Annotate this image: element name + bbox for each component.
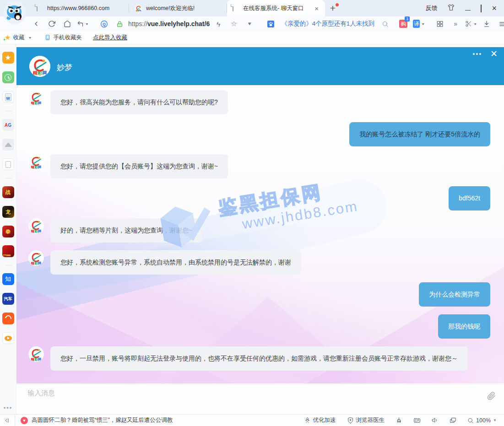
sidebar-more-icon[interactable]: •••: [4, 404, 13, 411]
volume-icon[interactable]: [432, 417, 439, 424]
tab-label: https://www.966860.com: [47, 5, 124, 11]
sidebar-car-app-icon[interactable]: 汽车: [2, 293, 14, 305]
app-sidebar: ★ W AG 战 龙 拳 77999 知 汽车 •••: [0, 44, 16, 414]
chat-bubble: 为什么会检测异常: [419, 282, 490, 307]
chat-header: ✕ 精彩网 妙梦: [16, 47, 504, 85]
menu-icon[interactable]: [496, 18, 504, 30]
bookmarks-bar: ★+ 收藏 ▼ 手机收藏夹 点此导入收藏: [0, 31, 504, 44]
download-icon[interactable]: [481, 18, 493, 30]
tab-3-active[interactable]: 在线客服系统- 聊天窗口 ×: [227, 0, 325, 16]
minimize-button[interactable]: [465, 5, 471, 12]
sidebar-game-icon-4[interactable]: 77999: [2, 245, 14, 257]
chat-message-row: 精彩网 您好，很高兴能为您服务，请问有什么可以帮助您的呢?: [16, 90, 504, 114]
refresh-button[interactable]: [46, 18, 58, 30]
page-icon: [37, 5, 43, 12]
chevron-down-icon[interactable]: ▼: [244, 19, 255, 29]
page-zoom-control[interactable]: 100% ▼: [467, 417, 497, 424]
chat-message-row: 精彩网 您好，请您提供您的【会员账号】这端为您查询，谢谢~: [16, 154, 504, 178]
bookmark-star-icon[interactable]: ☆: [228, 18, 240, 30]
sidebar-video-app-icon[interactable]: [2, 332, 14, 344]
chat-close-icon[interactable]: ✕: [490, 49, 498, 58]
undo-button[interactable]: ▼: [77, 18, 89, 30]
feedback-button[interactable]: 反馈: [425, 4, 437, 12]
tab-2[interactable]: 精彩网 welcome!欢迎光临!: [129, 0, 227, 16]
sidebar-divider: [5, 111, 12, 111]
import-bookmarks-link[interactable]: 点此导入收藏: [93, 34, 127, 42]
favorites-dropdown-icon[interactable]: ▼: [28, 36, 32, 39]
sidebar-game-icon-1[interactable]: 战: [2, 186, 14, 198]
hot-search-link[interactable]: 《亲爱的》4个原型还有1人未找到: [281, 20, 374, 28]
collapse-sidebar-icon[interactable]: [4, 417, 10, 424]
shopping-button[interactable]: 购1: [397, 18, 409, 30]
back-button[interactable]: [30, 18, 42, 30]
skin-icon[interactable]: [447, 4, 455, 13]
svg-text:精彩网: 精彩网: [31, 229, 42, 233]
chat-body: 鉴黑担保网 www.jhdb8.com 精彩网 您好，很高兴能为您服务，请问有什…: [16, 85, 504, 383]
sidebar-game-icon-2[interactable]: 龙: [2, 206, 14, 218]
lightning-icon[interactable]: ϟ: [212, 18, 224, 30]
agent-avatar: 精彩网: [28, 250, 44, 266]
sidebar-history-icon[interactable]: [2, 71, 14, 83]
sidebar-swoosh-app-icon[interactable]: [2, 313, 14, 324]
speed-boost-button[interactable]: 优化加速: [304, 416, 336, 424]
tabs: https://www.966860.com 精彩网 welcome!欢迎光临!…: [31, 0, 341, 16]
input-method-icon[interactable]: [413, 417, 421, 424]
sidebar-zhihu-icon[interactable]: 知: [2, 273, 14, 285]
agent-avatar: 精彩网: [28, 218, 44, 234]
phone-bookmarks-button[interactable]: 手机收藏夹: [44, 34, 82, 42]
translate-button[interactable]: 译▼: [413, 18, 425, 30]
brand-favicon: 精彩网: [135, 5, 142, 12]
screenshot-scissors-icon[interactable]: ▼: [465, 18, 477, 30]
attachment-paperclip-icon[interactable]: [487, 392, 496, 402]
svg-text:精彩网: 精彩网: [135, 10, 141, 12]
cleaner-broom-icon[interactable]: [396, 417, 402, 424]
page-icon: [233, 5, 239, 12]
svg-text:精彩网: 精彩网: [31, 101, 42, 105]
browser-mascot-icon[interactable]: [3, 1, 27, 25]
agent-avatar: 精彩网: [28, 346, 44, 362]
scissors-dropdown-icon[interactable]: ▼: [473, 22, 477, 26]
sidebar-emblem-app-icon[interactable]: [2, 139, 14, 151]
svg-text:精彩网: 精彩网: [31, 165, 42, 169]
shopping-badge: 1: [405, 16, 410, 22]
search-icon[interactable]: [379, 18, 391, 30]
apps-grid-icon[interactable]: [434, 18, 446, 30]
svg-text:精彩网: 精彩网: [32, 70, 47, 75]
tab-1[interactable]: https://www.966860.com: [31, 0, 129, 16]
tab-bar: https://www.966860.com 精彩网 welcome!欢迎光临!…: [0, 0, 504, 16]
sidebar-file-icon[interactable]: [2, 158, 14, 170]
security-shield-icon[interactable]: Q: [98, 18, 110, 30]
sidebar-word-doc-icon[interactable]: W: [2, 91, 14, 103]
chat-message-row: 那我的钱呢: [16, 314, 504, 339]
close-button[interactable]: ×: [492, 4, 497, 13]
chat-message-row: bdf562t: [16, 186, 504, 210]
sidebar-favorites-icon[interactable]: ★: [2, 52, 14, 64]
home-button[interactable]: [61, 18, 73, 30]
tab-label: welcome!欢迎光临!: [146, 5, 222, 12]
cascade-windows-icon[interactable]: [450, 417, 456, 424]
chat-bubble: bdf562t: [449, 186, 490, 210]
zoom-dropdown-icon[interactable]: ▼: [493, 418, 497, 422]
news-ticker[interactable]: 高圆圆怀二胎？婚前被骂“惯三”，嫁赵又廷后遭公公调教: [32, 416, 173, 424]
agent-avatar: 精彩网: [28, 90, 44, 106]
chat-bubble: 您好，很高兴能为您服务，请问有什么可以帮助您的呢?: [50, 90, 228, 114]
message-input[interactable]: [27, 389, 477, 410]
undo-dropdown-icon[interactable]: ▼: [85, 22, 89, 26]
translate-dropdown-icon[interactable]: ▼: [421, 22, 425, 26]
favorites-button[interactable]: ★+ 收藏 ▼: [5, 33, 32, 42]
sidebar-ag-app-icon[interactable]: AG: [2, 119, 14, 131]
new-tab-red-dot: [336, 3, 339, 6]
news-heart-icon: ♥: [21, 417, 28, 424]
chat-message-row: 精彩网 您好，系统检测您账号异常，系统自动禁用，由系统禁用的号是无法解禁的，谢谢: [16, 250, 504, 275]
new-tab-button[interactable]: +: [325, 0, 341, 16]
address-url[interactable]: https://vue.livelyhelp.chat/6: [128, 20, 210, 27]
chat-more-icon[interactable]: [473, 53, 481, 55]
tab-close-icon[interactable]: ×: [314, 5, 320, 12]
message-input-bar: [16, 384, 504, 414]
svg-text:精彩网: 精彩网: [31, 261, 42, 265]
browser-doctor-button[interactable]: 浏览器医生: [347, 416, 385, 424]
more-extensions-icon[interactable]: »: [450, 18, 461, 30]
sidebar-game-icon-3[interactable]: 拳: [2, 226, 14, 237]
status-bar: ♥ 高圆圆怀二胎？婚前被骂“惯三”，嫁赵又廷后遭公公调教 优化加速 浏览器医生: [0, 414, 504, 426]
maximize-button[interactable]: [481, 5, 482, 12]
